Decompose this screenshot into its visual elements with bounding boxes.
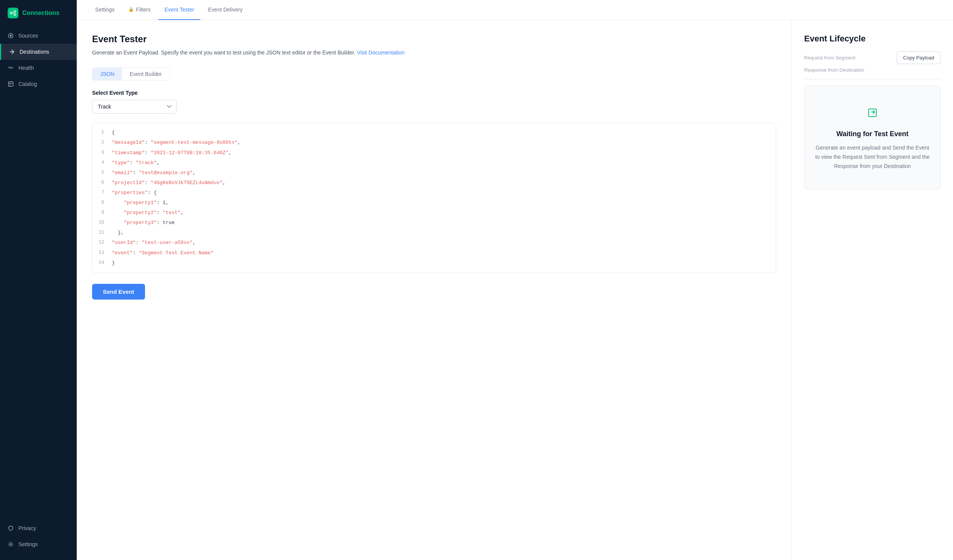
sidebar-logo-text: Connections xyxy=(22,10,59,16)
sidebar-bottom: Privacy Settings xyxy=(0,520,77,560)
code-line-3: 3 "timestamp": "2021-12-07T08:10:35.646Z… xyxy=(92,148,776,158)
sidebar-nav: Sources Destinations Health Catalog xyxy=(0,28,77,520)
page-description: Generate an Event Payload. Specify the e… xyxy=(92,48,776,57)
svg-point-10 xyxy=(10,544,12,545)
code-line-11: 11 }, xyxy=(92,228,776,238)
lock-icon: 🔒 xyxy=(129,7,134,12)
sidebar-logo[interactable]: Connections xyxy=(0,0,77,28)
tab-event-tester[interactable]: Event Tester xyxy=(158,0,201,20)
code-line-1: 1 { xyxy=(92,128,776,138)
sub-tab-event-builder[interactable]: Event Builder xyxy=(122,68,169,80)
code-line-5: 5 "email": "test@example.org", xyxy=(92,168,776,178)
sidebar-item-health[interactable]: Health xyxy=(0,60,77,76)
code-line-13: 13 "event": "Segment Test Event Name" xyxy=(92,248,776,258)
content-area: Event Tester Generate an Event Payload. … xyxy=(77,20,953,560)
health-icon xyxy=(8,65,14,71)
sidebar-item-settings[interactable]: Settings xyxy=(0,536,77,552)
code-line-9: 9 "property2": "test", xyxy=(92,208,776,218)
code-lines: 1 { 2 "messageId": "segment-test-message… xyxy=(92,128,776,268)
select-event-type-label: Select Event Type xyxy=(92,90,776,96)
code-line-12: 12 "userId": "test-user-a59sv", xyxy=(92,238,776,248)
svg-line-4 xyxy=(12,13,14,14)
sidebar-item-privacy[interactable]: Privacy xyxy=(0,520,77,536)
tab-event-delivery[interactable]: Event Delivery xyxy=(202,0,249,20)
response-label: Response from Destination xyxy=(804,67,864,73)
connections-logo-icon xyxy=(8,8,18,18)
copy-payload-button[interactable]: Copy Payload xyxy=(897,51,941,64)
svg-rect-7 xyxy=(8,82,13,86)
visit-docs-link[interactable]: Visit Documentation xyxy=(357,49,404,56)
top-tabs-bar: Settings 🔒 Filters Event Tester Event De… xyxy=(77,0,953,20)
code-line-8: 8 "property1": 1, xyxy=(92,198,776,208)
sidebar-item-catalog[interactable]: Catalog xyxy=(0,76,77,92)
source-icon xyxy=(8,33,14,39)
code-line-4: 4 "type": "track", xyxy=(92,158,776,168)
sidebar-item-sources-label: Sources xyxy=(18,33,38,39)
waiting-icon xyxy=(865,104,880,123)
lifecycle-meta: Request from Segment Copy Payload Respon… xyxy=(804,51,941,73)
lifecycle-meta-row-response: Response from Destination xyxy=(804,67,941,73)
catalog-icon xyxy=(8,81,14,87)
sidebar-item-catalog-label: Catalog xyxy=(18,81,37,87)
lifecycle-meta-row-request: Request from Segment Copy Payload xyxy=(804,51,941,64)
code-line-6: 6 "projectId": "4GgKeBoVJkT9EZL4vAmduv", xyxy=(92,178,776,188)
sidebar: Connections Sources Destinations Health … xyxy=(0,0,77,560)
code-line-10: 10 "property3": true xyxy=(92,218,776,228)
svg-point-1 xyxy=(14,11,16,13)
page-title: Event Tester xyxy=(92,34,776,44)
send-event-button[interactable]: Send Event xyxy=(92,284,145,300)
code-line-7: 7 "properties": { xyxy=(92,188,776,198)
sidebar-item-health-label: Health xyxy=(18,65,34,71)
waiting-state: Waiting for Test Event Generate an event… xyxy=(804,86,941,189)
code-line-14: 14 } xyxy=(92,258,776,268)
waiting-description: Generate an event payload and Send the E… xyxy=(814,143,931,171)
code-line-2: 2 "messageId": "segment-test-message-9x0… xyxy=(92,138,776,148)
lifecycle-divider xyxy=(804,79,941,79)
svg-line-3 xyxy=(12,12,14,13)
tab-filters[interactable]: 🔒 Filters xyxy=(122,0,157,20)
event-type-select[interactable]: Track Identify Page Screen Group Alias xyxy=(92,100,176,114)
svg-point-0 xyxy=(10,12,12,14)
left-panel: Event Tester Generate an Event Payload. … xyxy=(77,20,792,560)
lifecycle-title: Event Lifecycle xyxy=(804,34,941,44)
request-label: Request from Segment xyxy=(804,55,856,61)
right-panel: Event Lifecycle Request from Segment Cop… xyxy=(792,20,953,560)
svg-point-2 xyxy=(14,14,16,16)
destination-icon xyxy=(9,49,15,55)
sub-tab-json[interactable]: JSON xyxy=(92,68,122,80)
sidebar-item-privacy-label: Privacy xyxy=(18,525,36,531)
settings-icon xyxy=(8,541,14,547)
waiting-title: Waiting for Test Event xyxy=(836,130,908,138)
main-area: Settings 🔒 Filters Event Tester Event De… xyxy=(77,0,953,560)
sidebar-item-destinations[interactable]: Destinations xyxy=(0,44,77,60)
sidebar-item-destinations-label: Destinations xyxy=(20,49,49,55)
code-editor[interactable]: 1 { 2 "messageId": "segment-test-message… xyxy=(92,123,776,273)
svg-point-6 xyxy=(10,35,12,37)
sidebar-item-settings-label: Settings xyxy=(18,541,38,547)
sidebar-item-sources[interactable]: Sources xyxy=(0,28,77,44)
tab-settings[interactable]: Settings xyxy=(89,0,121,20)
sub-tabs: JSON Event Builder xyxy=(92,68,170,81)
privacy-icon xyxy=(8,525,14,531)
